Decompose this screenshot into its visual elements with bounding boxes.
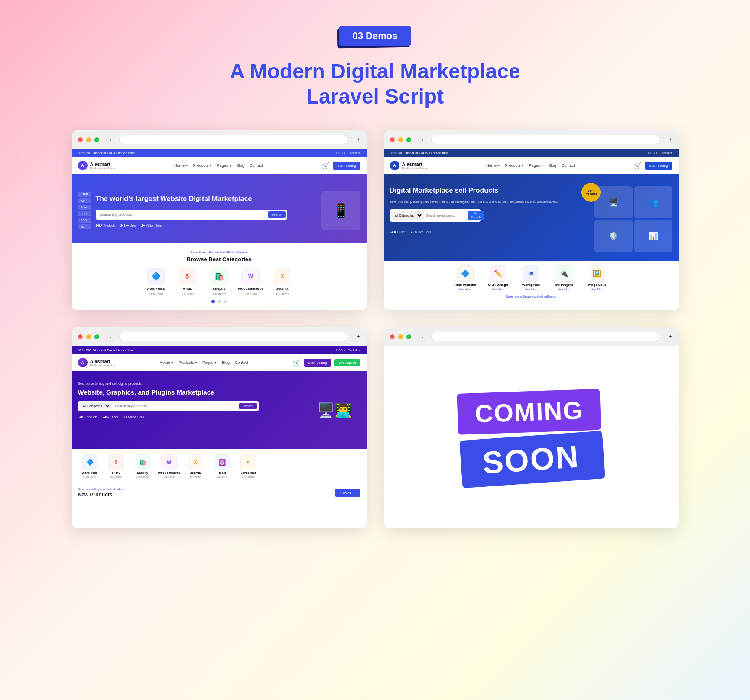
demo3-cat-js[interactable]: JS Javascript 103k Items [237,454,260,478]
dot-red-4[interactable] [390,334,395,339]
tag-react: React [78,205,91,210]
forward-arrow-3[interactable]: › [110,334,111,340]
dot-green[interactable] [94,137,99,142]
nav3-pages[interactable]: Pages ▾ [202,360,217,365]
title-line2: Laravel Script [306,85,444,108]
nav-blog[interactable]: Blog [237,163,244,168]
demo2-desc: Save time with preconfigured environment… [390,200,589,204]
dot-2[interactable] [218,300,221,303]
demo3-cat-react[interactable]: ⚛️ React 10k Items [210,454,234,478]
demo2-cat-images-view[interactable]: View All → [591,288,603,291]
nav2-products[interactable]: Products ▾ [505,163,524,168]
dot-yellow-3[interactable] [86,334,91,339]
demo2-cat-uiux-view[interactable]: View All → [492,288,504,291]
demo2-cat-htmlweb[interactable]: 🔷 Html Website View All → [450,265,481,291]
demo2-cat-images[interactable]: 🖼️ Image Sells View All → [582,265,612,291]
cat-wordpress-count: 203k Items [148,292,163,295]
cat-shopify[interactable]: 🛍️ Shopify 10k Items [205,268,233,295]
start-selling-btn[interactable]: Start Selling [333,162,360,170]
forward-arrow[interactable]: › [110,136,111,143]
nav3-contact[interactable]: Contact [235,360,248,365]
browser-actions-4: + [668,333,672,340]
demo2-topbar-text: 80% BIG Discount For e-a limited time [390,151,449,155]
dot-red-3[interactable] [78,334,83,339]
nav3-home[interactable]: Home ▾ [159,360,173,365]
demo3-cat-html[interactable]: 5 HTML 51k Items [104,454,128,478]
demo3-cat-wp-count: 202k Items [83,476,96,478]
demo2-cat-wp-view[interactable]: View All → [525,288,537,291]
live-support-btn[interactable]: Live Support [334,359,360,366]
cat-html[interactable]: 5 HTML 10k Items [173,268,201,295]
categories-title: Browse Best Categories [78,256,360,262]
new-tab-button-4[interactable]: + [668,333,672,340]
nav2-home[interactable]: Home ▾ [486,163,500,168]
dot-green-4[interactable] [406,334,411,339]
dot-3[interactable] [224,300,227,303]
dot-green-3[interactable] [94,334,99,339]
nav3-products[interactable]: Products ▾ [179,360,197,365]
demo2-cat-plugins[interactable]: 🔌 Wp Plugins View All → [549,265,579,291]
demo3-cat-js-count: 103k Items [242,476,254,478]
dot-active[interactable] [211,300,215,303]
demo3-cat-js-name: Javascript [241,471,256,474]
demo2-nav: A Alasmart Digital Asset Place Home ▾ Pr… [384,157,679,174]
nav-pages[interactable]: Pages ▾ [217,163,231,168]
new-tab-button[interactable]: + [356,136,360,143]
demo3-url-bar[interactable] [119,332,348,341]
demo2-search-input[interactable] [425,211,466,220]
hero-search-btn[interactable]: Search [268,211,286,218]
demo2-logo-text-block: Alasmart Digital Asset Place [402,162,427,170]
dot-red-2[interactable] [390,137,395,142]
dot-yellow-4[interactable] [398,334,403,339]
cat-joomla[interactable]: X Joomla 10k Items [268,268,296,295]
demo3-cat-joomla[interactable]: X Joomla 10k Items [184,454,208,478]
demo3-section-title: New Products [78,492,128,498]
demo3-cat-woo[interactable]: W WooCommerce 10k Items [157,454,181,478]
demo2-cat-htmlweb-view[interactable]: View All → [459,288,471,291]
demo2-url-bar[interactable] [431,135,660,144]
nav2-contact[interactable]: Contact [562,163,575,168]
cat-woo[interactable]: W WooCommerce 10k Items [237,268,265,295]
dot-yellow-2[interactable] [398,137,403,142]
new-tab-button-3[interactable]: + [356,333,360,340]
nav2-blog[interactable]: Blog [549,163,556,168]
nav2-pages[interactable]: Pages ▾ [529,163,543,168]
dot-yellow[interactable] [86,137,91,142]
demo3-search-btn[interactable]: Search [239,403,257,409]
nav-home[interactable]: Home ▾ [174,163,188,168]
back-arrow-4[interactable]: ‹ [418,334,420,340]
start-selling-btn-2[interactable]: Start Selling [645,162,672,170]
cat-html-icon: 5 [179,268,196,285]
cat-wordpress[interactable]: 🔷 WordPress 203k Items [142,268,170,295]
coming-soon-wrapper: COMING SOON [456,386,605,488]
tag-css: CSS [78,218,91,223]
back-arrow-2[interactable]: ‹ [418,136,420,143]
dot-red[interactable] [78,137,83,142]
demo2-stats: 243k+ User 2+ Million Sells [390,230,589,233]
hero-search-input[interactable] [97,211,266,218]
new-tab-button-2[interactable]: + [668,136,672,143]
demo3-categories: 🔷 WordPress 202k Items 5 HTML 51k Items … [72,449,367,483]
demo2-cat-wp[interactable]: W Wordpress View All → [516,265,546,291]
back-arrow-3[interactable]: ‹ [106,334,108,340]
demo2-cat-plugins-view[interactable]: View All → [558,288,570,291]
demo3-view-all-btn[interactable]: View All → [335,489,360,497]
demo3-cat-select[interactable]: All Categories [80,403,111,409]
forward-arrow-2[interactable]: › [422,136,423,143]
demo3-search-input[interactable] [113,403,237,409]
demo1-url-bar[interactable] [119,135,348,144]
demo2-search-btn[interactable]: 🔍 Search [468,211,484,220]
demo3-logo-text-block: Alasmart Digital Asset Place [90,359,115,367]
forward-arrow-4[interactable]: › [422,334,423,340]
nav-contact[interactable]: Contact [250,163,263,168]
demo4-url-bar[interactable] [431,332,660,341]
demo2-cat-select[interactable]: All Categories [392,211,423,220]
demo3-cat-shopify[interactable]: 🛍️ Shopify 100k Items [131,454,155,478]
back-arrow[interactable]: ‹ [106,136,108,143]
dot-green-2[interactable] [406,137,411,142]
demo3-cat-wp[interactable]: 🔷 WordPress 202k Items [78,454,102,478]
nav3-blog[interactable]: Blog [222,360,230,365]
demo2-cat-uiux[interactable]: ✏️ Uiux Design View All → [483,265,513,291]
nav-products[interactable]: Products ▾ [193,163,212,168]
start-selling-btn-3[interactable]: Start Selling [304,359,331,367]
